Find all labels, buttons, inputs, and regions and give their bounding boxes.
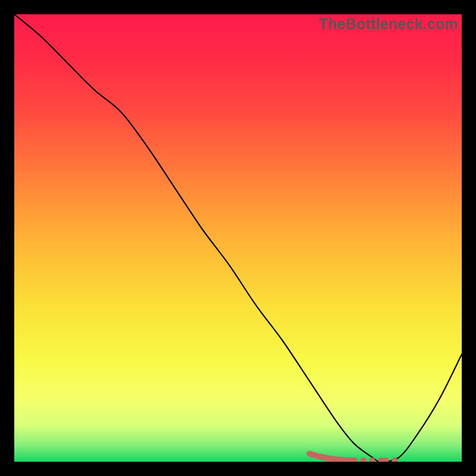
marker-dot bbox=[361, 458, 367, 462]
plot-area: TheBottleneck.com bbox=[14, 14, 462, 462]
bottleneck-curve bbox=[14, 14, 462, 462]
marker-trail bbox=[309, 453, 354, 460]
marker-group bbox=[309, 453, 397, 462]
chart-overlay bbox=[14, 14, 462, 462]
marker-dot bbox=[383, 458, 389, 462]
watermark-text: TheBottleneck.com bbox=[319, 15, 458, 33]
marker-dot bbox=[392, 458, 397, 462]
chart-container: TheBottleneck.com bbox=[0, 0, 476, 476]
